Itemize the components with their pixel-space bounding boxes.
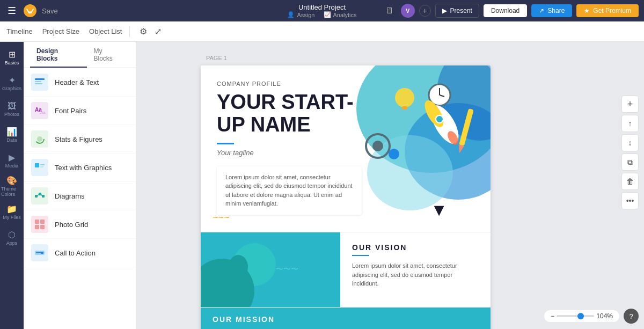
panel-item-diagrams[interactable]: Diagrams <box>24 182 136 210</box>
tab-my-blocks[interactable]: My Blocks <box>87 42 129 68</box>
svg-rect-22 <box>36 253 39 254</box>
avatar: V <box>401 4 415 18</box>
zoom-out-icon[interactable]: − <box>551 312 554 320</box>
analytics-button[interactable]: 📈 Analytics <box>324 11 357 18</box>
help-button[interactable]: ? <box>624 309 639 324</box>
panel-item-stats-figures[interactable]: Stats & Figures <box>24 125 136 153</box>
graphics-icon: ✦ <box>9 76 16 85</box>
slide-container[interactable]: COMPANY PROFILE YOUR START-UP NAME Your … <box>201 65 491 329</box>
panel-item-call-to-action[interactable]: Call to Action <box>24 239 136 267</box>
svg-rect-19 <box>40 225 45 229</box>
page-label: PAGE 1 <box>206 55 227 61</box>
zoom-control: − 104% <box>544 310 619 322</box>
svg-rect-10 <box>40 166 43 167</box>
tab-design-blocks[interactable]: Design Blocks <box>30 42 87 68</box>
duplicate-button[interactable]: ⧉ <box>621 153 639 171</box>
sidebar-item-theme-colors[interactable]: 🎨 Theme Colors <box>1 175 23 199</box>
diagrams-icon <box>31 187 48 204</box>
align-center-button[interactable]: ↕ <box>621 134 639 151</box>
object-list-tab[interactable]: Object List <box>89 25 122 38</box>
add-element-button[interactable]: + <box>621 96 639 113</box>
toolbar-separator <box>129 26 130 37</box>
svg-rect-21 <box>36 252 41 253</box>
header-text-icon <box>31 74 48 91</box>
toolbar-nav: Timeline Project Size Object List <box>6 25 122 38</box>
wave2-decoration: 〜〜〜 <box>276 265 298 274</box>
sidebar-item-media[interactable]: ▶ Media <box>1 149 23 173</box>
svg-rect-23 <box>41 252 43 254</box>
zoom-slider[interactable] <box>557 315 594 317</box>
photo-grid-icon <box>31 216 48 233</box>
get-premium-button[interactable]: ★ Get Premium <box>576 4 639 17</box>
zoom-thumb <box>577 313 584 319</box>
svg-rect-11 <box>35 195 38 198</box>
duplicate-icon: ⧉ <box>627 158 633 167</box>
stats-figures-icon <box>31 130 48 148</box>
tagline-divider <box>217 143 234 144</box>
font-pairs-icon: Aa Aa <box>31 102 48 119</box>
sidebar-item-graphics[interactable]: ✦ Graphics <box>1 72 23 96</box>
download-button[interactable]: Download <box>484 4 527 17</box>
expand-icon[interactable]: ⤢ <box>152 24 164 39</box>
sidebar-item-data[interactable]: 📊 Data <box>1 123 23 147</box>
svg-marker-40 <box>457 145 464 154</box>
photos-icon: 🖼 <box>8 102 16 111</box>
svg-text:Aa: Aa <box>40 110 46 115</box>
lorem-text-box: Lorem ipsum dolor sit amet, consectetur … <box>217 166 362 215</box>
text-graphics-label: Text with Graphics <box>55 164 112 172</box>
align-top-button[interactable]: ↑ <box>621 115 639 132</box>
play-icon: ▶ <box>442 7 447 14</box>
theme-colors-icon: 🎨 <box>6 177 17 185</box>
topbar-center: Untitled Project 👤 Assign 📈 Analytics <box>287 3 356 18</box>
sidebar-item-apps[interactable]: ⬡ Apps <box>1 226 23 250</box>
share-button[interactable]: ↗ Share <box>531 4 572 17</box>
svg-point-30 <box>395 88 414 107</box>
menu-icon[interactable]: ☰ <box>5 3 18 19</box>
monitor-icon[interactable]: 🖥 <box>382 4 397 18</box>
header-text-label: Header & Text <box>55 78 99 86</box>
svg-rect-16 <box>35 220 39 224</box>
panel-item-text-graphics[interactable]: Text with Graphics <box>24 153 136 182</box>
page2: 〜〜〜 OUR VISION Lorem ipsum dolor sit ame… <box>201 232 491 307</box>
vision-text: Lorem ipsum dolor sit amet, consectetur … <box>352 261 479 288</box>
company-profile-label: COMPANY PROFILE <box>217 81 367 87</box>
svg-rect-9 <box>40 164 45 165</box>
sidebar-item-photos[interactable]: 🖼 Photos <box>1 98 23 121</box>
more-options-button[interactable]: ••• <box>621 192 639 209</box>
basics-icon: ⊞ <box>9 50 16 59</box>
sidebar-item-my-files[interactable]: 📁 My Files <box>1 201 23 224</box>
panel-item-photo-grid[interactable]: Photo Grid <box>24 210 136 239</box>
vision-underline <box>352 255 369 256</box>
svg-point-42 <box>223 277 253 307</box>
sidebar-item-basics[interactable]: ⊞ Basics <box>1 46 23 70</box>
slide-page[interactable]: COMPANY PROFILE YOUR START-UP NAME Your … <box>201 65 491 329</box>
project-title: Untitled Project <box>298 3 346 11</box>
our-mission-title: OUR MISSION <box>213 315 275 324</box>
panel-item-font-pairs[interactable]: Aa Aa Font Pairs <box>24 97 136 125</box>
svg-point-41 <box>229 255 248 279</box>
apps-icon: ⬡ <box>8 231 16 239</box>
logo <box>23 3 38 18</box>
present-button[interactable]: ▶ Present <box>435 4 479 18</box>
startup-name-title: YOUR START-UP NAME <box>217 91 367 136</box>
svg-point-7 <box>37 136 42 142</box>
project-size-tab[interactable]: Project Size <box>42 25 79 38</box>
page1: COMPANY PROFILE YOUR START-UP NAME Your … <box>201 65 491 232</box>
timeline-tab[interactable]: Timeline <box>6 25 33 38</box>
save-button[interactable]: Save <box>42 7 58 15</box>
panel-item-header-text[interactable]: Header & Text <box>24 68 136 97</box>
add-collaborator-button[interactable]: + <box>419 5 431 17</box>
font-pairs-label: Font Pairs <box>55 107 86 115</box>
svg-rect-31 <box>402 106 407 109</box>
assign-button[interactable]: 👤 Assign <box>287 11 314 18</box>
media-icon: ▶ <box>9 153 15 162</box>
blue-dot-decoration <box>389 149 399 159</box>
page2-right-content: OUR VISION Lorem ipsum dolor sit amet, c… <box>340 232 491 307</box>
photo-grid-label: Photo Grid <box>55 221 88 229</box>
delete-button[interactable]: 🗑 <box>621 173 639 190</box>
star-icon: ★ <box>584 7 590 14</box>
svg-rect-18 <box>35 225 39 229</box>
page1-left-content: COMPANY PROFILE YOUR START-UP NAME Your … <box>201 65 383 230</box>
topbar-meta: 👤 Assign 📈 Analytics <box>287 11 356 18</box>
settings-icon[interactable]: ⚙ <box>137 24 149 39</box>
